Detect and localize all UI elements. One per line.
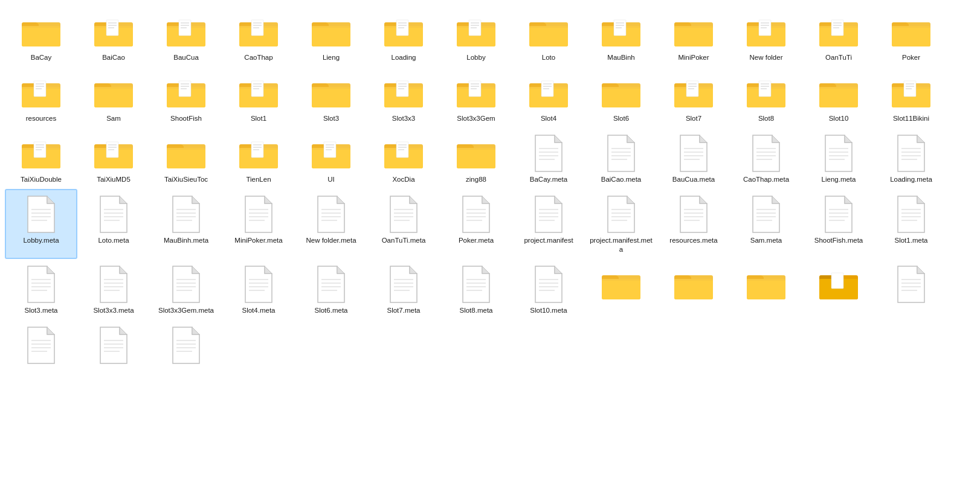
file-item[interactable]: Slot8.meta [440,259,512,320]
file-item[interactable]: Slot3x3.meta [77,259,150,320]
folder-label: XocDia [392,175,414,184]
folder-item[interactable]: XocDia [367,128,440,189]
folder-icon [454,12,498,51]
folder-label: Lieng [323,53,340,62]
file-item-partial[interactable] [77,320,150,380]
file-item[interactable]: New folder.meta [295,189,367,259]
file-item-partial[interactable] [875,259,947,320]
file-item[interactable]: Slot3x3Gem.meta [150,259,222,320]
file-item[interactable]: CaoThap.meta [730,128,802,189]
folder-item[interactable]: Loading [367,6,440,67]
folder-item[interactable]: Lieng [295,6,367,67]
folder-icon [92,73,135,112]
folder-item[interactable]: Slot1 [222,67,295,128]
svg-rect-79 [94,87,133,107]
folder-item-partial[interactable] [802,259,875,320]
file-item[interactable]: Slot7.meta [367,259,440,320]
file-item[interactable]: Slot3.meta [5,259,77,320]
file-item[interactable]: project.manifest [512,189,585,259]
file-item[interactable]: project.manifest.meta [585,189,657,259]
folder-item[interactable]: TaiXiuMD5 [77,128,150,189]
folder-icon [454,73,498,112]
folder-item[interactable]: ShootFish [150,67,222,128]
file-item[interactable]: Poker.meta [440,189,512,259]
document-icon [382,265,425,304]
folder-icon [889,73,933,112]
file-item[interactable]: MauBinh.meta [150,189,222,259]
folder-icon [672,73,715,112]
folder-item[interactable]: Slot7 [657,67,730,128]
folder-item-partial[interactable] [585,259,657,320]
folder-item[interactable]: Slot3 [295,67,367,128]
file-item[interactable]: OanTuTi.meta [367,189,440,259]
file-item[interactable]: Lobby.meta [5,189,77,259]
svg-rect-43 [529,26,568,28]
folder-item[interactable]: Slot6 [585,67,657,128]
document-icon [19,265,63,304]
folder-item-partial[interactable] [730,259,802,320]
folder-item[interactable]: TaiXiuDouble [5,128,77,189]
file-item-partial[interactable] [150,320,222,380]
file-label: Loading.meta [890,175,932,184]
folder-icon [527,73,570,112]
folder-label: Lobby [466,53,485,62]
folder-item[interactable]: TaiXiuSieuToc [150,128,222,189]
document-icon [527,265,570,304]
folder-label: ShootFish [170,114,202,123]
file-item[interactable]: Loto.meta [77,189,150,259]
file-item[interactable]: Slot1.meta [875,189,947,259]
file-item[interactable]: Loading.meta [875,128,947,189]
file-item[interactable]: resources.meta [657,189,730,259]
document-icon [817,134,860,173]
file-label: ShootFish.meta [814,236,863,245]
file-item[interactable]: Slot10.meta [512,259,585,320]
folder-item[interactable]: UI [295,128,367,189]
file-item[interactable]: Slot6.meta [295,259,367,320]
svg-rect-69 [892,26,930,46]
folder-item[interactable]: BaiCao [77,6,150,67]
folder-item[interactable]: Lobby [440,6,512,67]
folder-item[interactable]: Loto [512,6,585,67]
folder-item[interactable]: Slot4 [512,67,585,128]
folder-label: MauBinh [607,53,634,62]
folder-item[interactable]: Sam [77,67,150,128]
file-item-partial[interactable] [5,320,77,380]
folder-item[interactable]: Slot3x3 [367,67,440,128]
document-icon [164,195,208,234]
folder-item[interactable]: Slot8 [730,67,802,128]
folder-item[interactable]: Slot10 [802,67,875,128]
file-item[interactable]: BauCua.meta [657,128,730,189]
folder-icon [382,73,425,112]
folder-icon [92,12,135,51]
file-item[interactable]: Sam.meta [730,189,802,259]
folder-icon [744,12,788,51]
folder-item[interactable]: New folder [730,6,802,67]
folder-item[interactable]: BauCua [150,6,222,67]
file-item[interactable]: Lieng.meta [802,128,875,189]
svg-rect-96 [312,87,350,107]
folder-item[interactable]: Slot11Bikini [875,67,947,128]
file-item[interactable]: BaiCao.meta [585,128,657,189]
folder-item[interactable]: TienLen [222,128,295,189]
file-item[interactable]: Slot4.meta [222,259,295,320]
file-item[interactable]: ShootFish.meta [802,189,875,259]
folder-item[interactable]: BaCay [5,6,77,67]
file-item[interactable]: BaCay.meta [512,128,585,189]
folder-item[interactable]: resources [5,67,77,128]
folder-icon [817,265,860,304]
folder-item[interactable]: zing88 [440,128,512,189]
folder-item[interactable]: MiniPoker [657,6,730,67]
folder-icon [672,12,715,51]
folder-item[interactable]: OanTuTi [802,6,875,67]
folder-item[interactable]: Slot3x3Gem [440,67,512,128]
folder-label: Loto [542,53,555,62]
file-item[interactable]: MiniPoker.meta [222,189,295,259]
main-content-area[interactable]: BaCay BaiCao BauCua [0,0,980,495]
folder-item[interactable]: MauBinh [585,6,657,67]
folder-item[interactable]: Poker [875,6,947,67]
document-icon [744,134,788,173]
folder-label: New folder [750,53,783,62]
folder-icon [599,265,643,304]
folder-item[interactable]: CaoThap [222,6,295,67]
folder-item-partial[interactable] [657,259,730,320]
